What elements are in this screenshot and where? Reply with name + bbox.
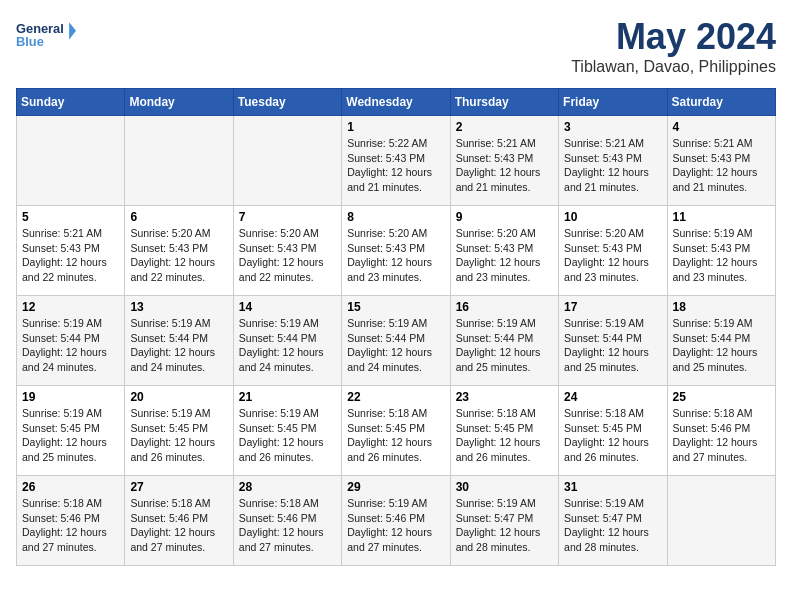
logo: General Blue (16, 16, 76, 56)
calendar-cell: 12Sunrise: 5:19 AM Sunset: 5:44 PM Dayli… (17, 296, 125, 386)
cell-content: Sunrise: 5:19 AM Sunset: 5:44 PM Dayligh… (564, 316, 661, 375)
header: General Blue May 2024 Tiblawan, Davao, P… (16, 16, 776, 76)
day-number: 1 (347, 120, 444, 134)
calendar-week-row: 19Sunrise: 5:19 AM Sunset: 5:45 PM Dayli… (17, 386, 776, 476)
svg-marker-2 (69, 22, 76, 39)
title-area: May 2024 Tiblawan, Davao, Philippines (571, 16, 776, 76)
day-number: 17 (564, 300, 661, 314)
cell-content: Sunrise: 5:21 AM Sunset: 5:43 PM Dayligh… (673, 136, 770, 195)
day-number: 20 (130, 390, 227, 404)
svg-text:General: General (16, 21, 64, 36)
day-number: 11 (673, 210, 770, 224)
calendar-cell: 11Sunrise: 5:19 AM Sunset: 5:43 PM Dayli… (667, 206, 775, 296)
calendar-table: SundayMondayTuesdayWednesdayThursdayFrid… (16, 88, 776, 566)
cell-content: Sunrise: 5:21 AM Sunset: 5:43 PM Dayligh… (564, 136, 661, 195)
day-number: 13 (130, 300, 227, 314)
calendar-cell: 24Sunrise: 5:18 AM Sunset: 5:45 PM Dayli… (559, 386, 667, 476)
calendar-cell: 2Sunrise: 5:21 AM Sunset: 5:43 PM Daylig… (450, 116, 558, 206)
weekday-header: Saturday (667, 89, 775, 116)
calendar-cell: 31Sunrise: 5:19 AM Sunset: 5:47 PM Dayli… (559, 476, 667, 566)
calendar-cell: 10Sunrise: 5:20 AM Sunset: 5:43 PM Dayli… (559, 206, 667, 296)
weekday-header: Tuesday (233, 89, 341, 116)
cell-content: Sunrise: 5:19 AM Sunset: 5:45 PM Dayligh… (239, 406, 336, 465)
calendar-week-row: 26Sunrise: 5:18 AM Sunset: 5:46 PM Dayli… (17, 476, 776, 566)
cell-content: Sunrise: 5:18 AM Sunset: 5:46 PM Dayligh… (239, 496, 336, 555)
weekday-header: Monday (125, 89, 233, 116)
location-title: Tiblawan, Davao, Philippines (571, 58, 776, 76)
day-number: 12 (22, 300, 119, 314)
calendar-cell: 30Sunrise: 5:19 AM Sunset: 5:47 PM Dayli… (450, 476, 558, 566)
cell-content: Sunrise: 5:18 AM Sunset: 5:46 PM Dayligh… (673, 406, 770, 465)
calendar-cell (125, 116, 233, 206)
day-number: 15 (347, 300, 444, 314)
svg-text:Blue: Blue (16, 34, 44, 49)
cell-content: Sunrise: 5:21 AM Sunset: 5:43 PM Dayligh… (22, 226, 119, 285)
calendar-cell: 1Sunrise: 5:22 AM Sunset: 5:43 PM Daylig… (342, 116, 450, 206)
weekday-header: Wednesday (342, 89, 450, 116)
day-number: 2 (456, 120, 553, 134)
day-number: 26 (22, 480, 119, 494)
weekday-header: Thursday (450, 89, 558, 116)
day-number: 9 (456, 210, 553, 224)
day-number: 19 (22, 390, 119, 404)
calendar-week-row: 1Sunrise: 5:22 AM Sunset: 5:43 PM Daylig… (17, 116, 776, 206)
calendar-cell: 13Sunrise: 5:19 AM Sunset: 5:44 PM Dayli… (125, 296, 233, 386)
calendar-cell: 16Sunrise: 5:19 AM Sunset: 5:44 PM Dayli… (450, 296, 558, 386)
cell-content: Sunrise: 5:21 AM Sunset: 5:43 PM Dayligh… (456, 136, 553, 195)
cell-content: Sunrise: 5:18 AM Sunset: 5:46 PM Dayligh… (130, 496, 227, 555)
calendar-cell: 26Sunrise: 5:18 AM Sunset: 5:46 PM Dayli… (17, 476, 125, 566)
cell-content: Sunrise: 5:20 AM Sunset: 5:43 PM Dayligh… (456, 226, 553, 285)
day-number: 31 (564, 480, 661, 494)
day-number: 14 (239, 300, 336, 314)
cell-content: Sunrise: 5:18 AM Sunset: 5:45 PM Dayligh… (564, 406, 661, 465)
weekday-header: Sunday (17, 89, 125, 116)
calendar-cell: 3Sunrise: 5:21 AM Sunset: 5:43 PM Daylig… (559, 116, 667, 206)
calendar-cell: 15Sunrise: 5:19 AM Sunset: 5:44 PM Dayli… (342, 296, 450, 386)
cell-content: Sunrise: 5:19 AM Sunset: 5:44 PM Dayligh… (456, 316, 553, 375)
month-title: May 2024 (571, 16, 776, 58)
calendar-cell: 23Sunrise: 5:18 AM Sunset: 5:45 PM Dayli… (450, 386, 558, 476)
day-number: 16 (456, 300, 553, 314)
day-number: 6 (130, 210, 227, 224)
day-number: 4 (673, 120, 770, 134)
cell-content: Sunrise: 5:20 AM Sunset: 5:43 PM Dayligh… (347, 226, 444, 285)
calendar-cell: 7Sunrise: 5:20 AM Sunset: 5:43 PM Daylig… (233, 206, 341, 296)
day-number: 22 (347, 390, 444, 404)
calendar-cell: 17Sunrise: 5:19 AM Sunset: 5:44 PM Dayli… (559, 296, 667, 386)
cell-content: Sunrise: 5:22 AM Sunset: 5:43 PM Dayligh… (347, 136, 444, 195)
day-number: 29 (347, 480, 444, 494)
cell-content: Sunrise: 5:19 AM Sunset: 5:43 PM Dayligh… (673, 226, 770, 285)
calendar-cell: 20Sunrise: 5:19 AM Sunset: 5:45 PM Dayli… (125, 386, 233, 476)
calendar-cell: 14Sunrise: 5:19 AM Sunset: 5:44 PM Dayli… (233, 296, 341, 386)
calendar-cell: 19Sunrise: 5:19 AM Sunset: 5:45 PM Dayli… (17, 386, 125, 476)
cell-content: Sunrise: 5:19 AM Sunset: 5:47 PM Dayligh… (564, 496, 661, 555)
calendar-cell: 4Sunrise: 5:21 AM Sunset: 5:43 PM Daylig… (667, 116, 775, 206)
cell-content: Sunrise: 5:20 AM Sunset: 5:43 PM Dayligh… (564, 226, 661, 285)
calendar-week-row: 5Sunrise: 5:21 AM Sunset: 5:43 PM Daylig… (17, 206, 776, 296)
day-number: 28 (239, 480, 336, 494)
cell-content: Sunrise: 5:19 AM Sunset: 5:44 PM Dayligh… (22, 316, 119, 375)
day-number: 10 (564, 210, 661, 224)
calendar-cell: 5Sunrise: 5:21 AM Sunset: 5:43 PM Daylig… (17, 206, 125, 296)
cell-content: Sunrise: 5:20 AM Sunset: 5:43 PM Dayligh… (239, 226, 336, 285)
calendar-cell: 9Sunrise: 5:20 AM Sunset: 5:43 PM Daylig… (450, 206, 558, 296)
day-number: 5 (22, 210, 119, 224)
calendar-cell: 25Sunrise: 5:18 AM Sunset: 5:46 PM Dayli… (667, 386, 775, 476)
cell-content: Sunrise: 5:18 AM Sunset: 5:45 PM Dayligh… (347, 406, 444, 465)
weekday-header: Friday (559, 89, 667, 116)
day-number: 23 (456, 390, 553, 404)
cell-content: Sunrise: 5:19 AM Sunset: 5:44 PM Dayligh… (673, 316, 770, 375)
calendar-cell: 21Sunrise: 5:19 AM Sunset: 5:45 PM Dayli… (233, 386, 341, 476)
cell-content: Sunrise: 5:19 AM Sunset: 5:44 PM Dayligh… (239, 316, 336, 375)
calendar-cell (667, 476, 775, 566)
calendar-cell: 6Sunrise: 5:20 AM Sunset: 5:43 PM Daylig… (125, 206, 233, 296)
day-number: 21 (239, 390, 336, 404)
day-number: 8 (347, 210, 444, 224)
cell-content: Sunrise: 5:18 AM Sunset: 5:45 PM Dayligh… (456, 406, 553, 465)
calendar-cell (233, 116, 341, 206)
calendar-cell: 18Sunrise: 5:19 AM Sunset: 5:44 PM Dayli… (667, 296, 775, 386)
cell-content: Sunrise: 5:19 AM Sunset: 5:46 PM Dayligh… (347, 496, 444, 555)
weekday-header-row: SundayMondayTuesdayWednesdayThursdayFrid… (17, 89, 776, 116)
day-number: 3 (564, 120, 661, 134)
cell-content: Sunrise: 5:19 AM Sunset: 5:47 PM Dayligh… (456, 496, 553, 555)
